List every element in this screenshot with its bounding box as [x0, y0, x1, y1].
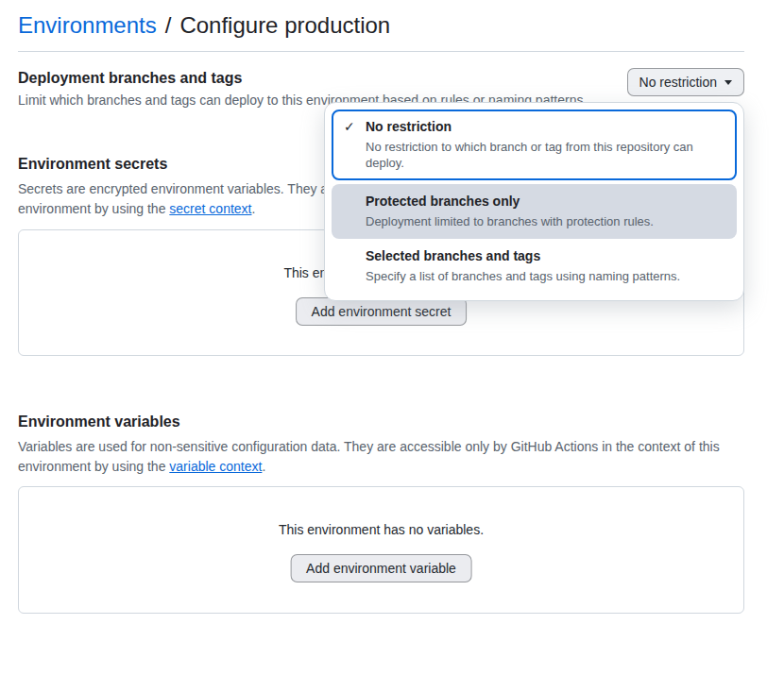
deployment-branches-heading: Deployment branches and tags	[18, 70, 242, 87]
menu-item-description: Specify a list of branches and tags usin…	[366, 268, 725, 284]
deployment-policy-select-button[interactable]: No restriction	[627, 68, 744, 96]
title-divider	[18, 51, 744, 52]
secret-context-link[interactable]: secret context	[169, 201, 251, 216]
menu-item-description: Deployment limited to branches with prot…	[366, 213, 725, 229]
check-icon: ✓	[344, 119, 355, 134]
menu-item-protected-branches-only[interactable]: Protected branches only Deployment limit…	[332, 184, 737, 239]
variables-description-period: .	[262, 459, 265, 474]
deployment-policy-dropdown-menu: ✓ No restriction No restriction to which…	[324, 102, 744, 301]
breadcrumb-environments-link[interactable]: Environments	[18, 12, 157, 39]
page-title: Environments / Configure production	[18, 12, 390, 39]
environment-secrets-heading: Environment secrets	[18, 156, 167, 173]
variables-description-text: Variables are used for non-sensitive con…	[18, 439, 720, 474]
environment-variables-card: This environment has no variables. Add e…	[18, 486, 744, 614]
add-environment-secret-button[interactable]: Add environment secret	[296, 297, 468, 326]
secrets-description-period: .	[251, 201, 255, 216]
menu-item-selected-branches-and-tags[interactable]: Selected branches and tags Specify a lis…	[332, 239, 737, 294]
variable-context-link[interactable]: variable context	[169, 459, 262, 474]
environment-settings-page: Environments / Configure production Depl…	[0, 0, 784, 675]
breadcrumb-separator: /	[165, 12, 172, 39]
menu-item-label: No restriction	[366, 118, 725, 135]
variables-empty-state-text: This environment has no variables.	[19, 522, 743, 537]
environment-variables-description: Variables are used for non-sensitive con…	[18, 437, 736, 477]
deployment-policy-selected-value: No restriction	[639, 75, 717, 90]
menu-item-label: Protected branches only	[366, 193, 725, 210]
menu-item-label: Selected branches and tags	[366, 247, 725, 264]
menu-item-no-restriction[interactable]: ✓ No restriction No restriction to which…	[332, 110, 737, 180]
add-environment-variable-button[interactable]: Add environment variable	[290, 554, 472, 582]
environment-variables-heading: Environment variables	[18, 413, 180, 430]
menu-item-description: No restriction to which branch or tag fr…	[366, 139, 725, 171]
breadcrumb-current: Configure production	[179, 12, 390, 39]
chevron-down-icon	[724, 80, 732, 85]
